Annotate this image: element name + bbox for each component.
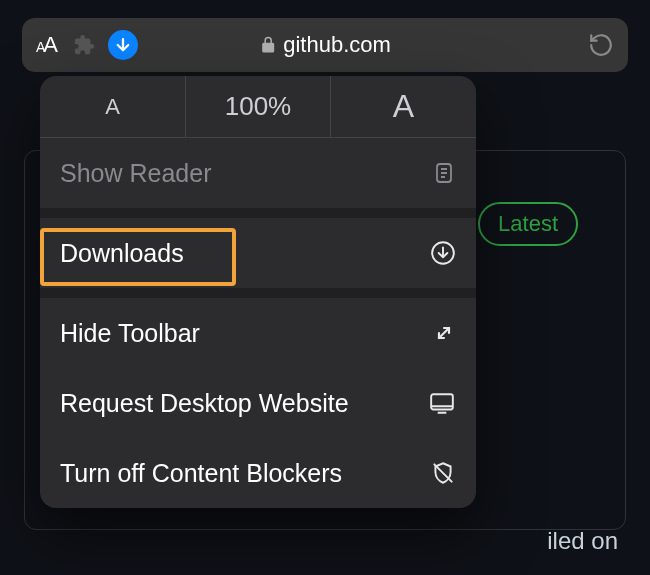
desktop-icon [428, 390, 456, 416]
download-icon [430, 240, 456, 266]
lock-icon [259, 35, 277, 55]
hide-toolbar-item[interactable]: Hide Toolbar [40, 298, 476, 368]
zoom-level-button[interactable]: 100% [185, 76, 330, 137]
downloads-label: Downloads [60, 239, 184, 268]
show-reader-label: Show Reader [60, 159, 211, 188]
latest-badge[interactable]: Latest [478, 202, 578, 246]
refresh-icon[interactable] [588, 30, 614, 60]
request-desktop-label: Request Desktop Website [60, 389, 349, 418]
expand-icon [432, 321, 456, 345]
url-text: github.com [283, 32, 391, 58]
svg-rect-8 [431, 394, 453, 409]
content-blockers-item[interactable]: Turn off Content Blockers [40, 438, 476, 508]
downloads-badge-icon[interactable] [108, 30, 138, 60]
hide-toolbar-label: Hide Toolbar [60, 319, 200, 348]
shield-off-icon [430, 460, 456, 486]
address-bar-url[interactable]: github.com [259, 32, 391, 58]
puzzle-extension-icon[interactable] [72, 33, 96, 57]
decrease-text-button[interactable]: A [40, 76, 185, 137]
reader-icon [432, 160, 456, 186]
text-size-controls: A 100% A [40, 76, 476, 138]
svg-line-7 [439, 328, 449, 338]
content-blockers-label: Turn off Content Blockers [60, 459, 342, 488]
downloads-item[interactable]: Downloads [40, 218, 476, 288]
address-bar-left: AA [36, 30, 138, 60]
page-settings-popover: A 100% A Show Reader Downloads Hide Tool [40, 76, 476, 508]
address-bar[interactable]: AA github.com [22, 18, 628, 72]
show-reader-item: Show Reader [40, 138, 476, 208]
partial-text: iled on [547, 527, 618, 555]
request-desktop-item[interactable]: Request Desktop Website [40, 368, 476, 438]
text-size-icon[interactable]: AA [36, 32, 58, 58]
increase-text-button[interactable]: A [331, 76, 476, 137]
